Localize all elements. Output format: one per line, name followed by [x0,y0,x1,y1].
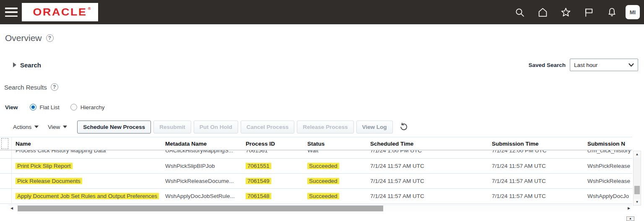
vertical-scrollbar-track[interactable] [634,157,641,199]
horizontal-scrollbar[interactable]: ◀ ▶ [8,205,632,211]
highlighted-cell-name: Print Pick Slip Report [16,163,73,169]
column-header-process-id[interactable]: Process ID [242,141,304,147]
user-avatar[interactable]: MI [626,5,640,19]
column-header-submission-time[interactable]: Submission Time [488,141,584,147]
radio-hierarchy-label: Hierarchy [80,104,105,110]
actions-menu-button[interactable]: Actions [10,122,42,132]
highlighted-cell-process-id: 7061548 [246,193,271,199]
view-log-button: View Log [356,121,393,134]
saved-search-value: Last hour [574,62,628,68]
radio-flat-list[interactable]: Flat List [30,104,60,110]
flag-icon[interactable] [583,7,594,18]
column-header-scheduled-time[interactable]: Scheduled Time [366,141,488,147]
page-title: Overview [5,33,42,43]
caret-down-icon [34,126,39,128]
radio-hierarchy[interactable]: Hierarchy [70,104,105,110]
search-icon[interactable] [514,7,525,18]
scroll-up-icon[interactable]: ▲ [634,151,641,157]
vertical-scrollbar[interactable]: ▲ ▼ [633,151,641,206]
select-all-cell [0,137,12,150]
favorites-star-icon[interactable] [560,7,571,18]
table-row[interactable]: Process Click History Mapping Data UACli… [0,150,632,159]
home-icon[interactable] [537,7,548,18]
release-process-button: Release Process [297,121,353,134]
cell-status: Wait [304,150,366,154]
table-row[interactable]: Apply Document Job Set Rules and Output … [0,189,632,204]
results-table: Name Metadata Name Process ID Status Sch… [0,137,644,204]
actions-menu-label: Actions [13,124,31,130]
help-icon[interactable]: ? [46,34,54,42]
search-results-help-icon[interactable]: ? [51,83,58,91]
cell-submission-notes: crm_click_history [584,150,632,154]
cell-submission-time: 7/1/24 11:57 AM UTC [488,178,584,184]
search-section-label[interactable]: Search [20,62,41,69]
cell-submission-time: 7/1/24 12:00 PM UTC [488,150,584,154]
resubmit-button: Resubmit [153,121,191,134]
scroll-right-icon[interactable]: ▶ [626,206,632,211]
notifications-bell-icon[interactable] [606,7,617,18]
view-menu-label: View [48,124,60,130]
horizontal-scrollbar-track[interactable] [15,206,626,211]
put-on-hold-button: Put On Hold [194,121,238,134]
table-row[interactable]: Pick Release Documents WshPickReleaseDoc… [0,174,632,189]
cell-metadata: WshApplyDocJobSetRule... [161,193,242,199]
saved-search-select[interactable]: Last hour [570,59,638,71]
view-label: View [5,104,18,110]
cell-metadata: WshPickSlipBIPJob [161,163,242,169]
schedule-new-process-button[interactable]: Schedule New Process [77,121,151,134]
column-header-name[interactable]: Name [12,141,161,147]
highlighted-cell-process-id: 7061549 [246,178,271,184]
saved-search-label: Saved Search [528,62,566,68]
column-header-submission-notes[interactable]: Submission N [584,141,632,147]
cell-scheduled-time: 7/1/24 11:57 AM UTC [366,163,488,169]
refresh-icon[interactable] [399,122,409,132]
radio-unselected-icon [70,104,77,110]
table-row[interactable]: Print Pick Slip Report WshPickSlipBIPJob… [0,159,632,174]
chevron-down-icon [628,63,634,67]
horizontal-scrollbar-thumb[interactable] [18,206,383,211]
highlighted-cell-name: Pick Release Documents [16,178,82,184]
oracle-logo[interactable]: ORACLE® [22,3,98,21]
cell-name: Process Click History Mapping Data [12,150,161,154]
column-header-status[interactable]: Status [304,141,366,147]
table-header-row: Name Metadata Name Process ID Status Sch… [0,137,632,150]
cell-metadata: UAClickHistoryMappingS... [161,150,242,154]
column-header-metadata-name[interactable]: Metadata Name [161,141,242,147]
oracle-logo-text: ORACLE® [33,6,87,18]
page-scroll-up-icon[interactable]: ▲ [626,216,634,221]
cell-submission-time: 7/1/24 11:57 AM UTC [488,163,584,169]
select-all-box[interactable] [1,138,8,149]
cell-scheduled-time: 7/1/24 11:57 AM UTC [366,178,488,184]
radio-flat-list-label: Flat List [40,104,60,110]
scheduled-processes-page: ORACLE® MI Overview ? Se [0,0,644,221]
vertical-scrollbar-thumb[interactable] [634,186,640,194]
highlighted-cell-status: Succeeded [307,193,339,199]
cell-submission-notes: WshPickRelease [584,163,632,169]
cell-scheduled-time: 7/1/24 11:57 AM UTC [366,193,488,199]
cell-metadata: WshPickReleaseDocume... [161,178,242,184]
cancel-process-button: Cancel Process [241,121,295,134]
caret-down-icon [63,126,67,128]
hamburger-menu-icon[interactable] [5,8,18,17]
scroll-left-icon[interactable]: ◀ [8,206,15,211]
scroll-down-icon[interactable]: ▼ [634,199,641,205]
search-results-title: Search Results [4,84,47,91]
highlighted-cell-status: Succeeded [307,163,339,169]
registered-mark: ® [88,7,91,10]
cell-submission-notes: WshPickRelease [584,178,632,184]
view-menu-button[interactable]: View [44,122,70,132]
highlighted-cell-name: Apply Document Job Set Rules and Output … [16,193,159,199]
cell-submission-notes: WshApplyDocJo [584,193,632,199]
highlighted-cell-process-id: 7061551 [246,163,271,169]
app-header: ORACLE® MI [0,0,644,24]
radio-selected-icon [30,104,36,110]
highlighted-cell-status: Succeeded [307,178,339,184]
cell-process-id: 7061561 [242,150,304,154]
cell-scheduled-time: 7/1/24 1:00 PM UTC [366,150,488,154]
cell-submission-time: 7/1/24 11:57 AM UTC [488,193,584,199]
search-expand-arrow-icon[interactable] [13,62,16,67]
